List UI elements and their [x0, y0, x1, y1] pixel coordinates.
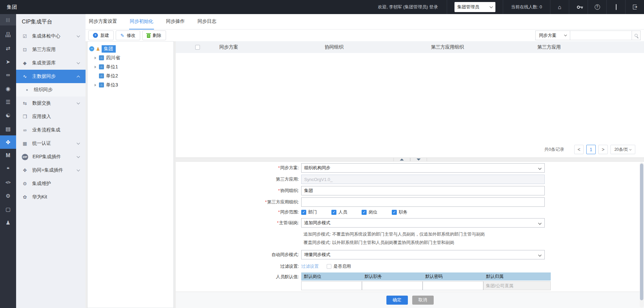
form-row-filter: 过滤设置: 过滤设置 是否启用	[176, 264, 640, 269]
next-page-button[interactable]: >	[598, 145, 608, 154]
tree-node-unit2[interactable]: ⌂ 单位2	[88, 71, 173, 80]
table-header-row: 同步方案 协同组织 第三方应用组织 第三方应用	[176, 41, 644, 53]
top-bar: 集团 欢迎, 李朝军 (集团管理员) 登录 集团管理员 当前在线人数: 0 ⌂	[0, 0, 644, 14]
tree-node-sichuan[interactable]: ⌂ 四川省	[88, 53, 173, 62]
expand-arrow-icon[interactable]	[95, 66, 96, 68]
collapse-icon[interactable]	[89, 46, 94, 51]
data-transfer-icon[interactable]: ⇄	[0, 42, 16, 55]
sidebar-item-org-sync[interactable]: 组织同步	[16, 83, 86, 97]
monitor-rail-icon[interactable]: ▢	[0, 202, 16, 216]
collapse-up-button[interactable]	[393, 158, 410, 161]
default-password-input[interactable]	[423, 281, 483, 290]
checkbox-checked-icon[interactable]	[301, 210, 306, 215]
apps-grid-icon[interactable]: ✤	[0, 135, 16, 149]
sidebar-item-master-data-sync[interactable]: ∿ 主数据同步	[16, 70, 86, 83]
sidebar-item-collab-plugin[interactable]: ✥ 协同+集成插件	[16, 164, 86, 177]
send-icon[interactable]: ➤	[0, 55, 16, 68]
field-label: 同步方案:	[280, 165, 299, 170]
sidebar-item-app-access[interactable]: ❒ 应用接入	[16, 110, 86, 123]
checkbox-checked-icon[interactable]	[331, 210, 336, 215]
search-button[interactable]	[632, 30, 641, 40]
enable-filter-checkbox[interactable]	[327, 264, 331, 269]
cancel-button[interactable]: 取消	[412, 296, 434, 305]
sidebar-item-data-exchange[interactable]: ⇆ 数据交换	[16, 97, 86, 110]
tree-node-root[interactable]: ♟ 集团	[88, 44, 173, 53]
tab-bar: 同步方案设置 同步初始化 同步操作 同步日志	[86, 14, 644, 29]
delete-button[interactable]: 删除	[142, 30, 166, 40]
new-button[interactable]: 新建	[88, 30, 114, 40]
sidebar-item-unified-auth[interactable]: ▦ 统一认证	[16, 137, 86, 150]
palette-icon[interactable]: ☯	[0, 109, 16, 122]
col-default-post: 默认岗位	[301, 273, 362, 280]
search-category-select[interactable]: 同步方案	[535, 30, 570, 40]
org-structure-icon[interactable]: 品	[0, 28, 16, 42]
expand-arrow-icon[interactable]	[95, 57, 96, 59]
database-icon[interactable]: ☰	[0, 95, 16, 109]
supervisor-mode-select[interactable]: 追加同步模式	[301, 218, 545, 228]
checkbox-checked-icon[interactable]	[392, 210, 397, 215]
form-row-sync-scope: *同步范围: 部门 人员 岗位 职务	[176, 209, 640, 215]
user-icon[interactable]: ♟	[0, 216, 16, 229]
result-table: 同步方案 协同组织 第三方应用组织 第三方应用 共0条记录 < 1 > 20条/…	[176, 41, 644, 158]
metro-m-icon[interactable]: M	[0, 149, 16, 162]
sidebar-item-resource-lib[interactable]: ◆ 集成资源库	[16, 56, 86, 70]
collapse-down-button[interactable]	[410, 158, 427, 161]
tree-node-unit1[interactable]: ⌂ 单位1	[88, 62, 173, 71]
cap-badge-icon[interactable]: ◉	[0, 82, 16, 95]
expand-arrow-icon[interactable]	[95, 84, 96, 86]
default-belong-input[interactable]	[483, 281, 551, 290]
col-header-third-app: 第三方应用	[537, 44, 644, 50]
sidebar: CIP集成平台 ☑ 集成体检中心 ⊡ 第三方应用 ◆ 集成资源库 ∿ 主数据同步…	[16, 14, 86, 308]
help-button[interactable]	[588, 0, 606, 14]
scope-option-dept[interactable]: 部门	[301, 209, 317, 215]
sidebar-item-health-center[interactable]: ☑ 集成体检中心	[16, 29, 86, 43]
sync-plan-select[interactable]: 组织机构同步	[301, 163, 545, 173]
sidebar-item-huawei-kit[interactable]: ✿ 华为Kit	[16, 190, 86, 204]
scope-option-post[interactable]: 岗位	[362, 209, 377, 215]
sidebar-item-maintenance[interactable]: ⚙ 集成维护	[16, 177, 86, 190]
scope-option-duty[interactable]: 职务	[392, 209, 408, 215]
home-button[interactable]: ⌂	[550, 0, 569, 14]
key-icon	[577, 6, 580, 9]
select-all-checkbox[interactable]	[195, 45, 200, 50]
panel-splitter[interactable]	[176, 158, 644, 162]
coop-org-input[interactable]	[301, 186, 545, 195]
sync-wave-icon: ∿	[22, 74, 28, 79]
scope-option-person[interactable]: 人员	[331, 209, 347, 215]
page-size-select[interactable]: 20条/页	[610, 145, 635, 154]
prev-page-button[interactable]: <	[574, 145, 584, 154]
form-scrollbar[interactable]	[640, 162, 644, 308]
checkbox-checked-icon[interactable]	[362, 210, 367, 215]
console-button[interactable]	[606, 0, 625, 14]
code-icon[interactable]: </>	[0, 176, 16, 189]
confirm-button[interactable]: 确定	[386, 296, 408, 305]
tree-node-unit3[interactable]: ⌂ 单位3	[88, 80, 173, 89]
password-button[interactable]	[569, 0, 588, 14]
org-tree-panel: ♟ 集团 ⌂ 四川省 ⌂ 单位1 ⌂ 单位2 ⌂ 单位3	[87, 41, 174, 308]
flow-chain-icon: ∞	[22, 127, 28, 133]
document-icon[interactable]: ▤	[0, 122, 16, 135]
search-input[interactable]	[570, 30, 632, 40]
sidebar-item-erp-plugin[interactable]: ERP ERP集成插件	[16, 150, 86, 164]
third-app-input	[301, 175, 545, 184]
chat-icon[interactable]: ❝	[0, 162, 16, 176]
tab-sync-init[interactable]: 同步初始化	[129, 14, 154, 29]
tab-sync-operation[interactable]: 同步操作	[165, 14, 185, 29]
role-select[interactable]: 集团管理员	[454, 2, 495, 12]
tab-sync-log[interactable]: 同步日志	[197, 14, 217, 29]
link-chain-icon[interactable]: ∞	[0, 68, 16, 82]
sidebar-item-third-party-app[interactable]: ⊡ 第三方应用	[16, 43, 86, 56]
menu-toggle-icon[interactable]: |||	[0, 14, 16, 25]
logout-button[interactable]	[625, 0, 644, 14]
filter-settings-link[interactable]: 过滤设置	[301, 263, 319, 269]
scrollbar-thumb[interactable]	[640, 164, 643, 300]
auto-sync-mode-select[interactable]: 增量同步模式	[301, 250, 545, 259]
edit-button[interactable]: ✎ 修改	[116, 30, 140, 40]
third-app-org-input[interactable]	[301, 197, 545, 207]
sidebar-item-process-integration[interactable]: ∞ 业务流程集成	[16, 123, 86, 137]
default-duty-input[interactable]	[362, 281, 423, 290]
gear-icon[interactable]: ⚙	[0, 189, 16, 202]
default-post-input[interactable]	[301, 281, 362, 290]
tab-sync-plan-settings[interactable]: 同步方案设置	[88, 14, 118, 29]
current-page-button[interactable]: 1	[586, 145, 596, 154]
